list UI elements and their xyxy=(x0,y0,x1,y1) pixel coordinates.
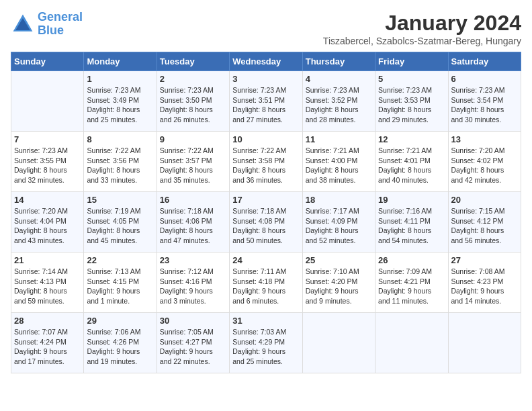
calendar-cell: 1Sunrise: 7:23 AMSunset: 3:49 PMDaylight… xyxy=(84,71,157,132)
cell-info: Sunrise: 7:03 AMSunset: 4:29 PMDaylight:… xyxy=(232,327,299,367)
calendar-cell: 7Sunrise: 7:23 AMSunset: 3:55 PMDaylight… xyxy=(11,132,84,192)
column-header-friday: Friday xyxy=(375,52,448,71)
day-number: 2 xyxy=(160,74,226,84)
day-number: 9 xyxy=(160,134,226,144)
column-header-saturday: Saturday xyxy=(448,52,521,71)
calendar-cell: 30Sunrise: 7:05 AMSunset: 4:27 PMDayligh… xyxy=(157,313,229,373)
cell-info: Sunrise: 7:20 AMSunset: 4:02 PMDaylight:… xyxy=(451,146,518,185)
calendar-cell: 19Sunrise: 7:16 AMSunset: 4:11 PMDayligh… xyxy=(375,192,448,253)
day-number: 3 xyxy=(232,74,299,84)
calendar-cell: 28Sunrise: 7:07 AMSunset: 4:24 PMDayligh… xyxy=(11,313,84,373)
calendar-cell: 3Sunrise: 7:23 AMSunset: 3:51 PMDaylight… xyxy=(230,71,302,132)
cell-info: Sunrise: 7:16 AMSunset: 4:11 PMDaylight:… xyxy=(378,206,445,246)
column-header-tuesday: Tuesday xyxy=(157,52,229,71)
title-block: January 2024 Tiszabercel, Szabolcs-Szatm… xyxy=(323,11,521,46)
calendar-cell: 21Sunrise: 7:14 AMSunset: 4:13 PMDayligh… xyxy=(11,253,84,313)
calendar-cell: 15Sunrise: 7:19 AMSunset: 4:05 PMDayligh… xyxy=(84,192,157,253)
calendar-table: SundayMondayTuesdayWednesdayThursdayFrid… xyxy=(11,52,521,373)
cell-info: Sunrise: 7:07 AMSunset: 4:24 PMDaylight:… xyxy=(14,327,81,367)
day-number: 14 xyxy=(14,195,81,205)
day-number: 27 xyxy=(451,255,518,265)
cell-info: Sunrise: 7:10 AMSunset: 4:20 PMDaylight:… xyxy=(306,267,372,306)
logo-icon xyxy=(11,12,35,36)
calendar-cell: 16Sunrise: 7:18 AMSunset: 4:06 PMDayligh… xyxy=(157,192,229,253)
calendar-cell: 24Sunrise: 7:11 AMSunset: 4:18 PMDayligh… xyxy=(230,253,302,313)
day-number: 21 xyxy=(14,255,81,265)
day-number: 26 xyxy=(378,255,445,265)
day-number: 29 xyxy=(87,316,153,326)
cell-info: Sunrise: 7:18 AMSunset: 4:08 PMDaylight:… xyxy=(232,206,299,246)
month-year: January 2024 xyxy=(323,11,521,36)
day-number: 11 xyxy=(306,134,372,144)
calendar-cell: 10Sunrise: 7:22 AMSunset: 3:58 PMDayligh… xyxy=(230,132,302,192)
calendar-week-row: 1Sunrise: 7:23 AMSunset: 3:49 PMDaylight… xyxy=(11,71,521,132)
day-number: 24 xyxy=(232,255,299,265)
calendar-cell: 11Sunrise: 7:21 AMSunset: 4:00 PMDayligh… xyxy=(302,132,375,192)
calendar-cell: 29Sunrise: 7:06 AMSunset: 4:26 PMDayligh… xyxy=(84,313,157,373)
day-number: 22 xyxy=(87,255,153,265)
day-number: 12 xyxy=(378,134,445,144)
calendar-cell: 27Sunrise: 7:08 AMSunset: 4:23 PMDayligh… xyxy=(448,253,521,313)
calendar-cell: 31Sunrise: 7:03 AMSunset: 4:29 PMDayligh… xyxy=(230,313,302,373)
calendar-cell: 8Sunrise: 7:22 AMSunset: 3:56 PMDaylight… xyxy=(84,132,157,192)
cell-info: Sunrise: 7:21 AMSunset: 4:01 PMDaylight:… xyxy=(378,146,445,185)
cell-info: Sunrise: 7:23 AMSunset: 3:50 PMDaylight:… xyxy=(160,85,226,125)
day-number: 7 xyxy=(14,134,81,144)
cell-info: Sunrise: 7:05 AMSunset: 4:27 PMDaylight:… xyxy=(160,327,226,367)
calendar-cell: 23Sunrise: 7:12 AMSunset: 4:16 PMDayligh… xyxy=(157,253,229,313)
cell-info: Sunrise: 7:08 AMSunset: 4:23 PMDaylight:… xyxy=(451,267,518,306)
cell-info: Sunrise: 7:22 AMSunset: 3:58 PMDaylight:… xyxy=(232,146,299,185)
calendar-cell: 2Sunrise: 7:23 AMSunset: 3:50 PMDaylight… xyxy=(157,71,229,132)
calendar-cell xyxy=(375,313,448,373)
calendar-cell xyxy=(11,71,84,132)
column-header-monday: Monday xyxy=(84,52,157,71)
cell-info: Sunrise: 7:23 AMSunset: 3:55 PMDaylight:… xyxy=(14,146,81,185)
cell-info: Sunrise: 7:09 AMSunset: 4:21 PMDaylight:… xyxy=(378,267,445,306)
cell-info: Sunrise: 7:15 AMSunset: 4:12 PMDaylight:… xyxy=(451,206,518,246)
day-number: 25 xyxy=(306,255,372,265)
logo-text: General Blue xyxy=(38,11,83,38)
column-header-thursday: Thursday xyxy=(302,52,375,71)
day-number: 28 xyxy=(14,316,81,326)
day-number: 1 xyxy=(87,74,153,84)
cell-info: Sunrise: 7:12 AMSunset: 4:16 PMDaylight:… xyxy=(160,267,226,306)
calendar-week-row: 14Sunrise: 7:20 AMSunset: 4:04 PMDayligh… xyxy=(11,192,521,253)
day-number: 13 xyxy=(451,134,518,144)
day-number: 23 xyxy=(160,255,226,265)
day-number: 15 xyxy=(87,195,153,205)
calendar-cell: 12Sunrise: 7:21 AMSunset: 4:01 PMDayligh… xyxy=(375,132,448,192)
cell-info: Sunrise: 7:11 AMSunset: 4:18 PMDaylight:… xyxy=(232,267,299,306)
calendar-cell: 9Sunrise: 7:22 AMSunset: 3:57 PMDaylight… xyxy=(157,132,229,192)
calendar-week-row: 21Sunrise: 7:14 AMSunset: 4:13 PMDayligh… xyxy=(11,253,521,313)
day-number: 17 xyxy=(232,195,299,205)
day-number: 4 xyxy=(306,74,372,84)
cell-info: Sunrise: 7:23 AMSunset: 3:53 PMDaylight:… xyxy=(378,85,445,125)
day-number: 30 xyxy=(160,316,226,326)
calendar-cell: 17Sunrise: 7:18 AMSunset: 4:08 PMDayligh… xyxy=(230,192,302,253)
cell-info: Sunrise: 7:18 AMSunset: 4:06 PMDaylight:… xyxy=(160,206,226,246)
calendar-cell: 25Sunrise: 7:10 AMSunset: 4:20 PMDayligh… xyxy=(302,253,375,313)
calendar-cell: 22Sunrise: 7:13 AMSunset: 4:15 PMDayligh… xyxy=(84,253,157,313)
location: Tiszabercel, Szabolcs-Szatmar-Bereg, Hun… xyxy=(323,36,521,46)
calendar-cell xyxy=(302,313,375,373)
cell-info: Sunrise: 7:13 AMSunset: 4:15 PMDaylight:… xyxy=(87,267,153,306)
calendar-cell: 6Sunrise: 7:23 AMSunset: 3:54 PMDaylight… xyxy=(448,71,521,132)
day-number: 6 xyxy=(451,74,518,84)
day-number: 5 xyxy=(378,74,445,84)
calendar-cell: 13Sunrise: 7:20 AMSunset: 4:02 PMDayligh… xyxy=(448,132,521,192)
cell-info: Sunrise: 7:14 AMSunset: 4:13 PMDaylight:… xyxy=(14,267,81,306)
calendar-cell: 14Sunrise: 7:20 AMSunset: 4:04 PMDayligh… xyxy=(11,192,84,253)
cell-info: Sunrise: 7:23 AMSunset: 3:54 PMDaylight:… xyxy=(451,85,518,125)
cell-info: Sunrise: 7:06 AMSunset: 4:26 PMDaylight:… xyxy=(87,327,153,367)
calendar-cell: 5Sunrise: 7:23 AMSunset: 3:53 PMDaylight… xyxy=(375,71,448,132)
day-number: 16 xyxy=(160,195,226,205)
cell-info: Sunrise: 7:17 AMSunset: 4:09 PMDaylight:… xyxy=(306,206,372,246)
calendar-cell: 20Sunrise: 7:15 AMSunset: 4:12 PMDayligh… xyxy=(448,192,521,253)
cell-info: Sunrise: 7:23 AMSunset: 3:49 PMDaylight:… xyxy=(87,85,153,125)
day-number: 10 xyxy=(232,134,299,144)
day-number: 19 xyxy=(378,195,445,205)
calendar-cell: 26Sunrise: 7:09 AMSunset: 4:21 PMDayligh… xyxy=(375,253,448,313)
calendar-week-row: 7Sunrise: 7:23 AMSunset: 3:55 PMDaylight… xyxy=(11,132,521,192)
day-number: 18 xyxy=(306,195,372,205)
day-number: 8 xyxy=(87,134,153,144)
